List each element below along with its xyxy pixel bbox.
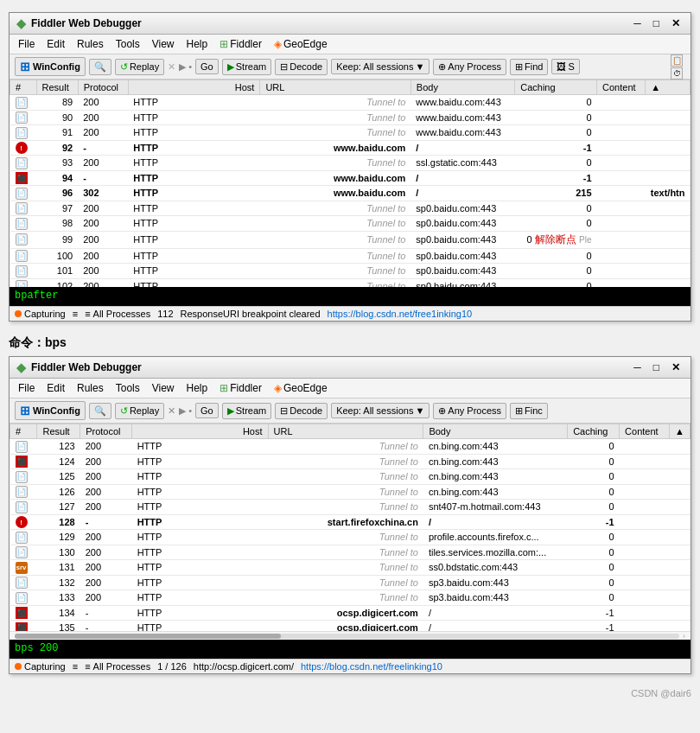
winconfig-btn-2[interactable]: ⊞ WinConfig (15, 401, 86, 420)
table-cell-result: 200 (80, 454, 132, 469)
status-link-1[interactable]: https://blog.csdn.net/free1inking10 (328, 309, 473, 319)
table-row[interactable]: ⬛ 124 200 HTTP Tunnel to cn.bing.com:443… (10, 454, 690, 469)
winconfig-btn-1[interactable]: ⊞ WinConfig (15, 57, 86, 76)
table-cell-caching (597, 140, 646, 156)
close-btn-1[interactable]: ✕ (668, 17, 684, 29)
all-processes-2[interactable]: ≡ All Processes (85, 661, 150, 672)
table-row[interactable]: 📄 101 200 HTTP Tunnel to sp0.baidu.com:4… (10, 264, 690, 279)
table-row[interactable]: 📄 96 302 HTTP www.baidu.com / 215 text/h… (10, 186, 690, 201)
table-cell-host: Tunnel to (268, 530, 423, 545)
find-btn-2[interactable]: ⊞ Finc (510, 403, 548, 419)
table-row[interactable]: ! 92 - HTTP www.baidu.com / -1 (10, 140, 690, 156)
menu-geoedge-2[interactable]: ◈ GeoEdge (269, 380, 333, 396)
go-btn-2[interactable]: Go (195, 403, 219, 418)
menu-tools-2[interactable]: Tools (111, 380, 145, 396)
search-btn-2[interactable]: 🔍 (89, 403, 111, 419)
table-cell-url: / (423, 514, 568, 530)
keep-btn-1[interactable]: Keep: All sessions ▼ (331, 59, 430, 74)
side-icon-1[interactable]: 📋 (671, 54, 683, 67)
menu-file-1[interactable]: File (13, 36, 40, 52)
minimize-btn-2[interactable]: ─ (630, 361, 645, 373)
command-bar-2[interactable]: bps 200 (10, 640, 690, 659)
maximize-btn-2[interactable]: □ (650, 361, 663, 373)
table-cell-icon: 📄 (10, 278, 37, 287)
menu-help-2[interactable]: Help (181, 380, 213, 396)
table-row[interactable]: 📄 93 200 HTTP Tunnel to ssl.gstatic.com:… (10, 156, 690, 171)
h-scroll-bar-2[interactable]: › (10, 631, 690, 640)
menu-view-2[interactable]: View (147, 380, 180, 396)
table-cell-host: Tunnel to (268, 590, 423, 606)
menu-rules-2[interactable]: Rules (72, 380, 109, 396)
table-cell-icon: 📄 (10, 264, 37, 279)
status-count-1: 112 (157, 309, 173, 319)
maximize-btn-1[interactable]: □ (650, 17, 663, 29)
menu-fiddler-2[interactable]: ⊞ Fiddler (214, 380, 267, 396)
replay-btn-2[interactable]: ↺ Replay (115, 403, 164, 419)
table-cell-num: 133 (37, 590, 80, 606)
table-row[interactable]: 📄 89 200 HTTP Tunnel to www.baidu.com:44… (10, 95, 690, 111)
command-bar-1[interactable]: bpafter (10, 287, 690, 306)
table-row[interactable]: ⬛ 94 - HTTP www.baidu.com / -1 (10, 170, 690, 186)
stream-btn-1[interactable]: ▶ Stream (222, 59, 271, 75)
table-cell-num: 126 (37, 484, 80, 500)
table-cell-host: Tunnel to (268, 560, 423, 576)
table-row[interactable]: 📄 90 200 HTTP Tunnel to www.baidu.com:44… (10, 110, 690, 125)
table-cell-protocol: HTTP (132, 605, 268, 621)
menu-tools-1[interactable]: Tools (111, 36, 145, 52)
search-btn-1[interactable]: 🔍 (89, 59, 111, 75)
col-header-num-2: # (10, 424, 37, 439)
go-btn-1[interactable]: Go (195, 59, 219, 74)
replay-btn-1[interactable]: ↺ Replay (115, 59, 164, 75)
s-btn-1[interactable]: 🖼 S (551, 59, 579, 74)
table-row[interactable]: 📄 100 200 HTTP Tunnel to sp0.baidu.com:4… (10, 248, 690, 264)
keep-btn-2[interactable]: Keep: All sessions ▼ (331, 403, 430, 418)
menu-help-1[interactable]: Help (181, 36, 213, 52)
table-row[interactable]: 📄 123 200 HTTP Tunnel to cn.bing.com:443… (10, 439, 690, 455)
table-row[interactable]: 📄 97 200 HTTP Tunnel to sp0.baidu.com:44… (10, 201, 690, 216)
table-cell-body: 0 (515, 201, 597, 216)
table-row[interactable]: ! 128 - HTTP start.firefoxchina.cn / -1 (10, 514, 690, 530)
menu-rules-1[interactable]: Rules (72, 36, 109, 52)
any-process-btn-2[interactable]: ⊕ Any Process (433, 403, 506, 419)
menu-file-2[interactable]: File (13, 380, 40, 396)
table-row[interactable]: srv 131 200 HTTP Tunnel to ss0.bdstatic.… (10, 560, 690, 576)
all-processes-1[interactable]: ≡ All Processes (85, 309, 150, 319)
table-row[interactable]: 📄 133 200 HTTP Tunnel to sp3.baidu.com:4… (10, 590, 690, 606)
stream-btn-2[interactable]: ▶ Stream (222, 403, 271, 419)
table-row[interactable]: ⬛ 134 - HTTP ocsp.digicert.com / -1 (10, 605, 690, 621)
table-row[interactable]: 📄 99 200 HTTP Tunnel to sp0.baidu.com:44… (10, 231, 690, 248)
find-btn-1[interactable]: ⊞ Find (510, 59, 548, 75)
table-cell-icon: 📄 (10, 231, 37, 248)
any-process-btn-1[interactable]: ⊕ Any Process (433, 59, 506, 75)
table-row[interactable]: 📄 98 200 HTTP Tunnel to sp0.baidu.com:44… (10, 216, 690, 232)
decode-btn-2[interactable]: ⊟ Decode (275, 403, 328, 419)
menu-geoedge-1[interactable]: ◈ GeoEdge (269, 36, 333, 52)
table-cell-body: -1 (568, 621, 620, 632)
table-cell-content (670, 605, 690, 621)
table-cell-protocol: HTTP (132, 469, 268, 485)
table-row[interactable]: 📄 130 200 HTTP Tunnel to tiles.services.… (10, 545, 690, 560)
close-btn-2[interactable]: ✕ (668, 361, 684, 373)
table-row[interactable]: 📄 125 200 HTTP Tunnel to cn.bing.com:443… (10, 469, 690, 485)
table-row[interactable]: 📄 132 200 HTTP Tunnel to sp3.baidu.com:4… (10, 575, 690, 590)
minimize-btn-1[interactable]: ─ (630, 17, 645, 29)
menu-fiddler-1[interactable]: ⊞ Fiddler (214, 36, 267, 52)
menu-edit-1[interactable]: Edit (41, 36, 70, 52)
status-link-2[interactable]: https://blog.csdn.net/freelinking10 (301, 661, 442, 672)
table-row[interactable]: 📄 129 200 HTTP Tunnel to profile.account… (10, 530, 690, 545)
table-row[interactable]: 📄 126 200 HTTP Tunnel to cn.bing.com:443… (10, 484, 690, 500)
table-row[interactable]: 📄 127 200 HTTP Tunnel to snt407-m.hotmai… (10, 500, 690, 515)
table-row[interactable]: 📄 91 200 HTTP Tunnel to www.baidu.com:44… (10, 125, 690, 141)
side-icon-2[interactable]: ⏱ (671, 67, 683, 80)
table-cell-num: 91 (36, 125, 78, 141)
menu-view-1[interactable]: View (147, 36, 180, 52)
decode-btn-1[interactable]: ⊟ Decode (275, 59, 328, 75)
menu-edit-2[interactable]: Edit (41, 380, 70, 396)
table-cell-body: 0 (568, 530, 620, 545)
window-title-2: Fiddler Web Debugger (31, 361, 142, 373)
table-row[interactable]: 📄 102 200 HTTP Tunnel to sp0.baidu.com:4… (10, 278, 690, 287)
table-row[interactable]: ⬛ 135 - HTTP ocsp.digicert.com / -1 (10, 621, 690, 632)
table-cell-url: / (423, 621, 568, 632)
table-cell-body: 0 (515, 216, 597, 232)
table-cell-icon: 📄 (10, 248, 37, 264)
